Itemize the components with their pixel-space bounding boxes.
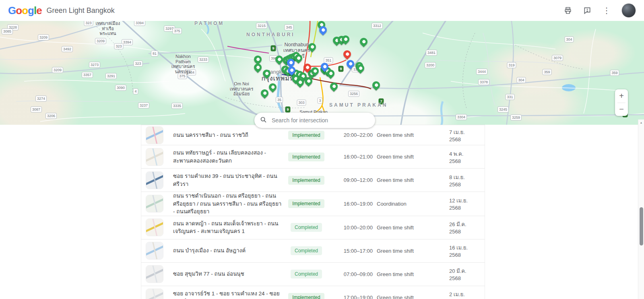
status-badge: Implemented: [288, 153, 324, 161]
route-shield: 3481: [426, 50, 437, 56]
measure-type: Green time shift: [373, 295, 449, 299]
zoom-in-button[interactable]: +: [615, 89, 628, 103]
search-input[interactable]: [271, 117, 369, 124]
time-range: 16:00–19:00: [344, 201, 373, 207]
route-shield: 303: [297, 100, 306, 106]
route-shield: 304: [516, 77, 526, 83]
route-shield: 81: [151, 51, 158, 57]
user-avatar[interactable]: [621, 3, 636, 18]
feedback-icon[interactable]: [583, 6, 592, 15]
map-place-label: Om Noi เทศบาลนคร อ้อมน้อย: [230, 81, 254, 97]
route-shield: 3206: [45, 113, 57, 119]
route-shield: 3200: [425, 62, 436, 68]
route-shield: 3335: [171, 103, 183, 109]
route-shield: 3444: [476, 69, 487, 75]
route-shield: 3209: [52, 67, 63, 73]
status-badge: Implemented: [288, 131, 324, 140]
print-icon[interactable]: [564, 6, 572, 15]
intersection-name: ถนน บำรุงเมือง - ถนน อัษฎางค์: [173, 247, 284, 255]
route-shield: 3291: [105, 73, 117, 79]
measure-type: Coordination: [373, 201, 449, 207]
date: 7 เม.ย. 2568: [449, 128, 480, 142]
intersection-thumbnail: [146, 195, 163, 212]
scroll-up-arrow[interactable]: ▲: [638, 120, 644, 125]
route-shield: 4: [133, 89, 138, 95]
route-shield: 331: [505, 94, 514, 100]
more-options-icon[interactable]: ⋮: [602, 6, 611, 15]
time-range: 15:00–17:00: [344, 248, 373, 254]
route-shield: 3: [317, 98, 322, 104]
time-range: 20:00–22:00: [344, 132, 373, 138]
table-row[interactable]: ซอย รามคำแหง 39 - ถนน ประชาอุทิศ - ถนน ศ…: [141, 169, 485, 192]
measure-type: Green time shift: [373, 154, 449, 160]
intersection-thumbnail: [146, 265, 163, 283]
table-row[interactable]: ซอย สุขุมวิท 77 - ถนน อ่อนนุช Completed …: [141, 263, 485, 286]
time-range: 16:00–21:00: [344, 154, 373, 160]
zoom-out-button[interactable]: −: [615, 103, 628, 116]
route-shield: 3274: [35, 96, 47, 102]
route-shield: 323: [133, 61, 142, 67]
motorway-shield: 9: [338, 66, 343, 72]
scrollbar-thumb[interactable]: [640, 207, 643, 245]
route-shield: 3209: [38, 35, 49, 41]
search-bar: [254, 113, 375, 128]
green-light-bangkok-app: Google Green Light Bangkok ⋮: [0, 0, 644, 299]
status-badge: Implemented: [288, 176, 324, 185]
map-place-label: SAMUT PRAKAN: [329, 103, 388, 108]
table-row[interactable]: ถนน ลาดหญ้า - ถนน สมเด็จเจ้าพระยา - ถนน …: [141, 216, 485, 239]
status-badge: Implemented: [288, 293, 324, 299]
measure-type: Green time shift: [373, 177, 449, 183]
route-shield: 3394: [134, 21, 145, 26]
route-shield: 345: [284, 25, 293, 31]
date: 8 เม.ย. 2568: [449, 173, 480, 188]
map-place-label: Nakhon Pathom เทศบาลนคร นครปฐม: [171, 54, 195, 74]
intersection-name: ซอย รามคำแหง 39 - ถนน ประชาอุทิศ - ถนน ศ…: [173, 172, 284, 188]
date: 20 มี.ค. 2568: [449, 267, 480, 281]
google-logo-letter: G: [8, 4, 16, 17]
intersection-thumbnail: [146, 242, 163, 260]
intersection-thumbnail: [146, 289, 163, 299]
route-shield: 323: [114, 43, 123, 49]
intersection-name: ถนน ราชดำเนินนอก - ถนน ศรีอยุธยา - ถนนศร…: [173, 192, 284, 216]
motorway-shield: 9: [270, 45, 276, 52]
google-logo[interactable]: Google: [8, 4, 42, 17]
table-row[interactable]: ซอย อาจารย์วัช 1 - ซอย รามคำแหง 24 - ซอย…: [141, 286, 485, 299]
route-shield: 35: [276, 97, 283, 103]
google-logo-letter: o: [16, 4, 22, 17]
google-logo-letter: g: [28, 4, 34, 17]
intersection-thumbnail: [146, 219, 163, 236]
intersection-name: ถนน นครราชสีมา - ถนน ราชวิถี: [173, 131, 284, 139]
route-shield: 3312: [372, 23, 383, 29]
intersection-thumbnail: [146, 171, 163, 189]
map-zoom-control: + −: [615, 89, 628, 116]
date: 2 เม.ย. 2568: [449, 290, 480, 299]
intersection-thumbnail: [146, 148, 163, 166]
measure-type: Green time shift: [373, 225, 449, 231]
route-shield: 3492: [62, 46, 73, 52]
route-shield: 3090: [115, 85, 126, 91]
page-title: Green Light Bangkok: [47, 6, 115, 15]
route-shield: 3357: [82, 72, 93, 78]
map-place-label: PATHOM: [194, 21, 224, 27]
page-scrollbar[interactable]: ▲: [638, 120, 644, 299]
date: 16 เม.ย. 2568: [449, 243, 480, 258]
route-shield: 3259: [510, 115, 522, 121]
status-badge: Completed: [291, 246, 322, 255]
table-row[interactable]: ถนน ราชดำเนินนอก - ถนน ศรีอยุธยา - ถนนศร…: [141, 192, 485, 216]
table-row[interactable]: ถนน หทัยราษฎร์ - ถนน เลียบคลองสอง - สะพา…: [141, 145, 485, 169]
route-shield: 3245: [497, 107, 509, 113]
map-place-label: NONTHABURI: [246, 32, 295, 38]
bangkok-map[interactable]: PATHOMNONTHABURISAMUT PRAKANเทศบาลเมือง …: [0, 21, 644, 125]
table-row[interactable]: ถนน บำรุงเมือง - ถนน อัษฎางค์ Completed …: [141, 239, 485, 263]
intersection-name: ถนน ลาดหญ้า - ถนน สมเด็จเจ้าพระยา - ถนน …: [173, 220, 284, 235]
route-shield: 3079: [552, 55, 563, 61]
route-shield: 323: [84, 21, 93, 26]
motorway-shield: 9: [285, 107, 290, 113]
table-row[interactable]: ถนน นครราชสีมา - ถนน ราชวิถี Implemented…: [141, 125, 485, 145]
app-header: Google Green Light Bangkok ⋮: [0, 0, 644, 21]
route-shield: 359: [542, 69, 551, 75]
status-badge: Completed: [291, 270, 322, 278]
route-shield: 3256: [348, 91, 359, 97]
route-shield: 359: [610, 70, 619, 76]
header-actions: ⋮: [564, 3, 636, 18]
